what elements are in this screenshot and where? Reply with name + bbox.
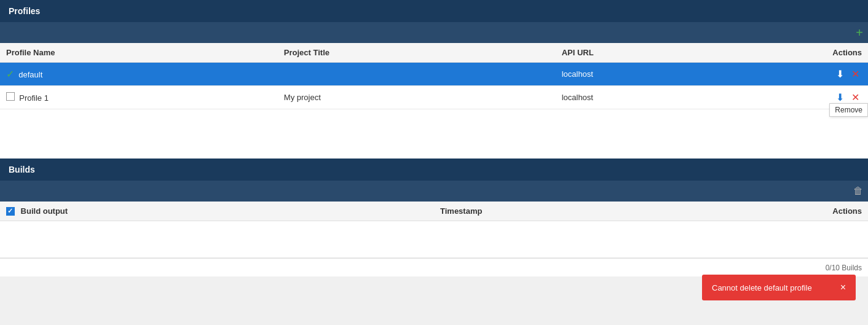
checkmark-icon: ✓	[6, 69, 14, 79]
row-actions-cell: ⬇ ✕	[781, 63, 868, 86]
col-header-timestamp: Timestamp	[434, 202, 781, 221]
builds-select-all-checkbox[interactable]	[6, 207, 15, 216]
col-header-project-title: Project Title	[278, 43, 556, 63]
profiles-title: Profiles	[9, 6, 40, 16]
profile-checkbox-cell: Profile 1	[0, 86, 278, 109]
col-header-actions: Actions	[781, 43, 868, 63]
builds-toolbar: 🗑	[0, 181, 868, 202]
profiles-table: Profile Name Project Title API URL Actio…	[0, 43, 868, 109]
builds-footer: 0/10 Builds	[0, 258, 868, 276]
api-url-value: localhost	[556, 86, 781, 109]
row-actions-cell: ⬇ ✕ Remove	[781, 86, 868, 109]
builds-empty-cell	[0, 221, 868, 258]
api-url-value: localhost	[556, 63, 781, 86]
delete-profile-button[interactable]: ✕	[849, 67, 862, 81]
project-title-value	[278, 63, 556, 86]
profiles-section: Profiles + Profile Name Project Title AP…	[0, 0, 868, 159]
profile-name-value: Profile 1	[19, 93, 49, 103]
col-header-profile-name: Profile Name	[0, 43, 278, 63]
checkbox-icon[interactable]	[6, 92, 15, 101]
builds-section: Builds 🗑 Build output Timestamp Actions …	[0, 159, 868, 276]
project-title-value: My project	[278, 86, 556, 109]
profile-name-value: default	[18, 70, 42, 79]
builds-table-header-row: Build output Timestamp Actions	[0, 202, 868, 221]
col-header-api-url: API URL	[556, 43, 781, 63]
download-icon-button[interactable]: ⬇	[834, 90, 846, 104]
profiles-table-header-row: Profile Name Project Title API URL Actio…	[0, 43, 868, 63]
download-icon-button[interactable]: ⬇	[834, 67, 846, 81]
table-row[interactable]: Profile 1 My project localhost ⬇ ✕ Remov…	[0, 86, 868, 109]
col-header-build-actions: Actions	[781, 202, 868, 221]
builds-tbody	[0, 221, 868, 258]
delete-profile-button[interactable]: ✕	[849, 90, 862, 104]
builds-title: Builds	[9, 165, 35, 174]
error-toast: Cannot delete default profile ×	[702, 275, 856, 276]
profiles-header: Profiles	[0, 0, 868, 22]
builds-header: Builds	[0, 159, 868, 181]
builds-count: 0/10 Builds	[826, 264, 862, 272]
table-row[interactable]: ✓ default localhost ⬇ ✕	[0, 63, 868, 86]
profile-active-indicator: ✓ default	[0, 63, 278, 86]
col-header-build-output: Build output	[0, 202, 217, 221]
builds-empty-row	[0, 221, 868, 258]
delete-builds-button[interactable]: 🗑	[853, 186, 863, 197]
remove-tooltip: Remove	[829, 103, 868, 117]
builds-table: Build output Timestamp Actions	[0, 202, 868, 258]
profiles-toolbar: +	[0, 22, 868, 43]
profiles-spacer	[0, 109, 868, 159]
add-profile-button[interactable]: +	[856, 26, 863, 39]
